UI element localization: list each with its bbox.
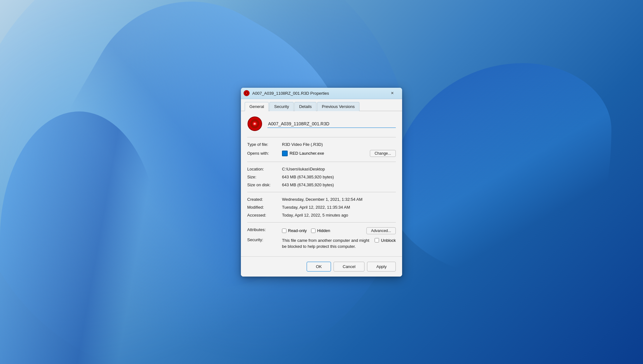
created-value: Wednesday, December 1, 2021, 1:32:54 AM: [282, 197, 396, 202]
opens-with-value: RED Launcher.exe: [290, 151, 324, 156]
unblock-checkbox-label[interactable]: Unblock: [375, 238, 396, 243]
title-bar: A007_A039_1108RZ_001.R3D Properties ✕: [241, 88, 402, 99]
bg-swirl-2: [390, 63, 611, 284]
properties-dialog: A007_A039_1108RZ_001.R3D Properties ✕ Ge…: [241, 88, 402, 277]
window-controls: ✕: [385, 88, 400, 98]
modified-value: Tuesday, April 12, 2022, 11:35:34 AM: [282, 205, 396, 210]
separator-1: [247, 137, 396, 137]
unblock-checkbox[interactable]: [375, 238, 379, 242]
attributes-row: Attributes: Read-only Hidden Advanced...: [247, 226, 396, 236]
security-text: This file came from another computer and…: [282, 237, 375, 250]
apply-button[interactable]: Apply: [367, 262, 396, 272]
tab-content-general: Type of file: R3D Video File (.R3D) Open…: [241, 111, 402, 256]
separator-3: [247, 192, 396, 192]
size-value: 643 MB (674,385,920 bytes): [282, 175, 396, 179]
readonly-label: Read-only: [288, 228, 307, 233]
type-value: R3D Video File (.R3D): [282, 142, 396, 147]
change-button[interactable]: Change...: [370, 150, 396, 157]
hidden-label: Hidden: [317, 228, 330, 233]
size-label: Size:: [247, 175, 282, 179]
ok-button[interactable]: OK: [307, 262, 331, 272]
created-row: Created: Wednesday, December 1, 2021, 1:…: [247, 195, 396, 203]
type-row: Type of file: R3D Video File (.R3D): [247, 140, 396, 148]
tabs-bar: General Security Details Previous Versio…: [241, 99, 402, 111]
advanced-button[interactable]: Advanced...: [366, 227, 396, 234]
location-label: Location:: [247, 167, 282, 171]
hidden-checkbox-label[interactable]: Hidden: [311, 228, 330, 233]
file-header: [247, 116, 396, 132]
security-label: Security:: [247, 237, 282, 242]
security-row: Security: This file came from another co…: [247, 236, 396, 251]
tab-details[interactable]: Details: [294, 102, 316, 111]
opens-with-app: RED Launcher.exe: [282, 151, 324, 156]
opens-with-row: Opens with: RED Launcher.exe Change...: [247, 148, 396, 158]
location-value: C:\Users\lukas\Desktop: [282, 167, 396, 171]
type-label: Type of file:: [247, 142, 282, 147]
attributes-label: Attributes:: [247, 227, 282, 232]
app-icon: [282, 151, 288, 156]
size-on-disk-label: Size on disk:: [247, 182, 282, 187]
file-icon: [247, 116, 262, 131]
unblock-label: Unblock: [381, 238, 396, 243]
hidden-checkbox[interactable]: [311, 229, 315, 233]
location-row: Location: C:\Users\lukas\Desktop: [247, 165, 396, 173]
svg-point-3: [246, 93, 247, 94]
file-icon-container: [247, 116, 263, 132]
separator-2: [247, 162, 396, 162]
modified-label: Modified:: [247, 205, 282, 210]
cancel-button[interactable]: Cancel: [334, 262, 364, 272]
accessed-label: Accessed:: [247, 213, 282, 218]
accessed-value: Today, April 12, 2022, 5 minutes ago: [282, 213, 396, 218]
readonly-checkbox-label[interactable]: Read-only: [282, 228, 307, 233]
accessed-row: Accessed: Today, April 12, 2022, 5 minut…: [247, 211, 396, 219]
tab-security[interactable]: Security: [269, 102, 294, 111]
readonly-checkbox[interactable]: [282, 229, 286, 233]
opens-with-label: Opens with:: [247, 151, 282, 156]
modified-row: Modified: Tuesday, April 12, 2022, 11:35…: [247, 203, 396, 211]
bg-swirl-3: [0, 111, 158, 364]
created-label: Created:: [247, 197, 282, 202]
size-row: Size: 643 MB (674,385,920 bytes): [247, 173, 396, 181]
size-on-disk-value: 643 MB (674,385,920 bytes): [282, 182, 396, 187]
close-button[interactable]: ✕: [385, 88, 400, 98]
dialog-content: General Security Details Previous Versio…: [241, 99, 402, 256]
tab-previous-versions[interactable]: Previous Versions: [317, 102, 359, 111]
separator-4: [247, 222, 396, 223]
size-on-disk-row: Size on disk: 643 MB (674,385,920 bytes): [247, 181, 396, 189]
file-name-input[interactable]: [267, 120, 396, 128]
dialog-title: A007_A039_1108RZ_001.R3D Properties: [252, 91, 385, 96]
title-bar-icon: [243, 90, 250, 96]
dialog-footer: OK Cancel Apply: [241, 256, 402, 277]
tab-general[interactable]: General: [245, 102, 269, 111]
attributes-controls: Read-only Hidden Advanced...: [282, 227, 396, 234]
